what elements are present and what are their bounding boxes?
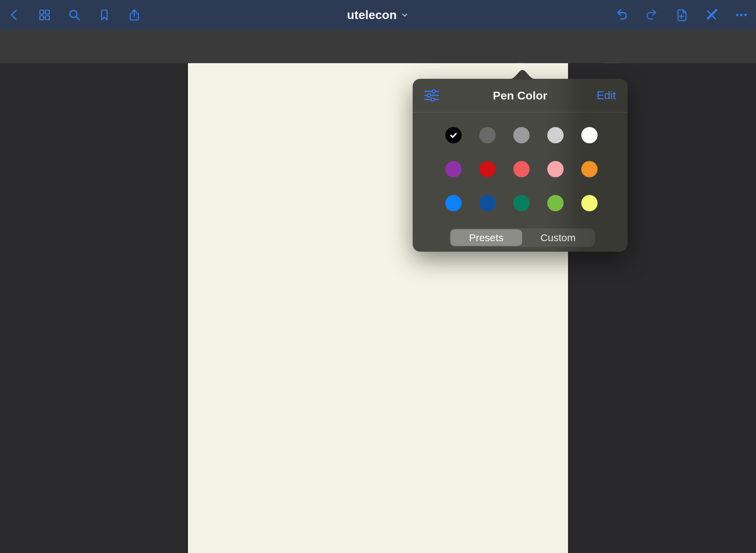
back-button[interactable] bbox=[7, 7, 22, 22]
add-page-button[interactable] bbox=[674, 7, 689, 22]
share-icon bbox=[127, 7, 142, 22]
preset-color-black[interactable] bbox=[445, 127, 462, 143]
document-title: utelecon bbox=[347, 8, 397, 22]
preset-color-dark-gray[interactable] bbox=[479, 127, 496, 143]
preset-color-purple[interactable] bbox=[445, 161, 462, 177]
preset-color-green[interactable] bbox=[547, 195, 564, 211]
check-icon bbox=[448, 130, 459, 140]
more-icon bbox=[734, 7, 749, 22]
pen-settings-button[interactable] bbox=[424, 87, 440, 104]
edit-button[interactable]: Edit bbox=[597, 89, 616, 102]
preset-color-orange[interactable] bbox=[581, 161, 598, 177]
redo-button[interactable] bbox=[644, 7, 659, 22]
preset-color-navy[interactable] bbox=[479, 195, 496, 211]
nav-left-group bbox=[7, 7, 142, 22]
preset-color-blue[interactable] bbox=[445, 195, 462, 211]
preset-color-grid bbox=[445, 127, 598, 211]
pen-color-popover: Pen Color Edit PresetsCustom bbox=[413, 79, 628, 252]
thumbnails-button[interactable] bbox=[37, 7, 52, 22]
stylus-x-icon bbox=[704, 7, 719, 22]
popover-title: Pen Color bbox=[493, 89, 548, 102]
search-icon bbox=[67, 7, 82, 22]
share-button[interactable] bbox=[127, 7, 142, 22]
chevron-down-icon bbox=[401, 11, 409, 19]
canvas-stage bbox=[0, 63, 756, 553]
canvas-background-left bbox=[0, 63, 188, 553]
bookmark-icon bbox=[97, 7, 112, 22]
popover-header: Pen Color Edit bbox=[413, 79, 628, 112]
popover-arrow bbox=[508, 69, 537, 79]
preset-color-red[interactable] bbox=[479, 161, 496, 177]
add-page-icon bbox=[674, 7, 689, 22]
sliders-icon bbox=[424, 87, 440, 104]
tab-presets[interactable]: Presets bbox=[450, 229, 522, 246]
stylus-disable-button[interactable] bbox=[704, 7, 719, 22]
redo-icon bbox=[644, 7, 659, 22]
popover-divider bbox=[413, 112, 628, 112]
tools-toolbar: a bbox=[0, 30, 756, 63]
more-button[interactable] bbox=[734, 7, 749, 22]
notes-app-screen: utelecon bbox=[0, 0, 756, 553]
preset-color-coral[interactable] bbox=[513, 161, 530, 177]
preset-color-gray[interactable] bbox=[513, 127, 530, 143]
undo-icon bbox=[614, 7, 629, 22]
preset-color-white[interactable] bbox=[581, 127, 598, 143]
preset-color-pink[interactable] bbox=[547, 161, 564, 177]
presets-custom-segmented: PresetsCustom bbox=[449, 228, 595, 247]
preset-color-light-gray[interactable] bbox=[547, 127, 564, 143]
nav-right-group bbox=[614, 7, 749, 22]
thumbnails-icon bbox=[37, 7, 52, 22]
tab-custom[interactable]: Custom bbox=[522, 229, 594, 246]
undo-button[interactable] bbox=[614, 7, 629, 22]
search-button[interactable] bbox=[67, 7, 82, 22]
document-title-menu[interactable]: utelecon bbox=[347, 8, 409, 22]
preset-color-teal[interactable] bbox=[513, 195, 530, 211]
bookmark-button[interactable] bbox=[97, 7, 112, 22]
preset-color-yellow[interactable] bbox=[581, 195, 598, 211]
back-icon bbox=[7, 7, 22, 22]
navigation-bar: utelecon bbox=[0, 0, 756, 30]
